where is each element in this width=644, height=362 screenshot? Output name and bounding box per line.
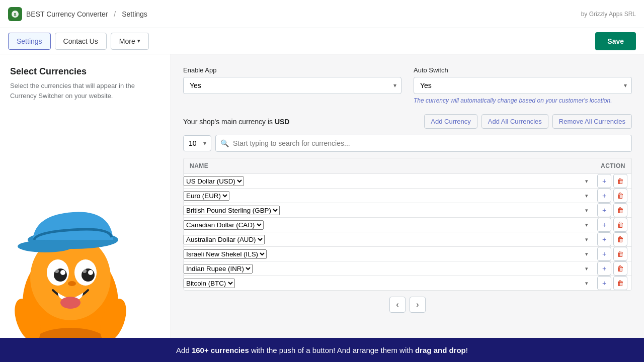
action-buttons-0: + 🗑	[593, 174, 631, 188]
currency-select-wrap: Australian Dollar (AUD) ▾	[184, 235, 593, 244]
table-row: Canadian Dollar (CAD) ▾ + 🗑	[184, 218, 631, 232]
currency-select-wrap: Canadian Dollar (CAD) ▾	[184, 220, 593, 230]
currency-action-buttons: Add Currency Add All Currencies Remove A…	[424, 114, 632, 129]
delete-button-7[interactable]: 🗑	[613, 276, 627, 290]
auto-switch-label: Auto Switch	[414, 66, 632, 74]
currency-chevron-icon-4: ▾	[585, 236, 588, 243]
column-action-header: Action	[601, 162, 625, 169]
banner-highlight-2: drag and drop	[415, 346, 466, 354]
action-buttons-6: + 🗑	[593, 261, 631, 276]
auto-switch-select[interactable]: Yes No	[414, 77, 632, 94]
svg-text:$: $	[14, 12, 16, 17]
search-input[interactable]	[215, 135, 632, 152]
table-row: US Dollar (USD) ▾ + 🗑	[184, 174, 631, 189]
banner-text: Add 160+ currencies with the push of a b…	[176, 346, 468, 354]
content-area: Enable App Yes No ▾ Auto Switch Yes No	[171, 54, 644, 338]
add-button-0[interactable]: +	[597, 174, 611, 188]
delete-button-0[interactable]: 🗑	[613, 174, 627, 188]
app-logo: $ BEST Currency Converter / Settings	[8, 7, 147, 21]
action-buttons-7: + 🗑	[593, 276, 631, 290]
add-button-3[interactable]: +	[597, 218, 611, 232]
enable-app-label: Enable App	[183, 66, 401, 74]
pagination: ‹ ›	[183, 291, 632, 313]
currency-list: US Dollar (USD) ▾ + 🗑 Euro (EUR) ▾	[183, 173, 632, 291]
bottom-banner: Add 160+ currencies with the push of a b…	[0, 338, 644, 362]
add-button-2[interactable]: +	[597, 203, 611, 217]
svg-point-13	[83, 269, 87, 273]
currency-chevron-icon-1: ▾	[585, 193, 588, 199]
action-buttons-4: + 🗑	[593, 232, 631, 246]
svg-point-5	[18, 240, 73, 252]
currency-select-wrap: Israeli New Shekel (ILS) ▾	[184, 249, 593, 259]
per-page-select[interactable]: 10 25 50	[183, 135, 211, 151]
save-button[interactable]: Save	[595, 32, 636, 50]
currency-select-wrap: Bitcoin (BTC) ▾	[184, 279, 593, 288]
auto-switch-note: The currency will automatically change b…	[414, 97, 632, 104]
add-all-currencies-button[interactable]: Add All Currencies	[481, 114, 548, 129]
currency-chevron-icon-5: ▾	[585, 251, 588, 257]
sidebar: Select Currencies Select the currencies …	[0, 54, 171, 338]
auto-switch-select-wrap: Yes No ▾	[414, 77, 632, 94]
currency-select-6[interactable]: Indian Rupee (INR)	[184, 264, 253, 274]
action-buttons-5: + 🗑	[593, 247, 631, 261]
add-currency-button[interactable]: Add Currency	[424, 114, 477, 129]
next-page-button[interactable]: ›	[410, 297, 426, 313]
currency-select-7[interactable]: Bitcoin (BTC)	[184, 279, 235, 288]
main-currency-code: USD	[275, 118, 290, 126]
column-name-header: Name	[190, 162, 208, 169]
svg-point-10	[60, 270, 65, 275]
currency-select-5[interactable]: Israeli New Shekel (ILS)	[184, 249, 267, 259]
currency-chevron-icon-0: ▾	[585, 178, 588, 185]
table-row: British Pound Sterling (GBP) ▾ + 🗑	[184, 203, 631, 218]
table-row: Israeli New Shekel (ILS) ▾ + 🗑	[184, 247, 631, 261]
app-name: BEST Currency Converter	[26, 10, 108, 18]
enable-app-group: Enable App Yes No ▾	[183, 66, 401, 104]
svg-point-11	[88, 270, 93, 275]
delete-button-3[interactable]: 🗑	[613, 218, 627, 232]
currency-select-wrap: Indian Rupee (INR) ▾	[184, 264, 593, 274]
per-page-select-wrap: 10 25 50 ▾	[183, 135, 211, 151]
currency-select-wrap: Euro (EUR) ▾	[184, 191, 593, 201]
action-buttons-3: + 🗑	[593, 218, 631, 232]
delete-button-4[interactable]: 🗑	[613, 232, 627, 246]
main-layout: Select Currencies Select the currencies …	[0, 54, 644, 338]
currency-select-2[interactable]: British Pound Sterling (GBP)	[184, 206, 280, 215]
currency-select-1[interactable]: Euro (EUR)	[184, 191, 229, 201]
delete-button-6[interactable]: 🗑	[613, 261, 627, 276]
banner-highlight-1: 160+ currencies	[192, 346, 249, 354]
add-button-1[interactable]: +	[597, 189, 611, 203]
auto-switch-group: Auto Switch Yes No ▾ The currency will a…	[414, 66, 632, 104]
settings-button[interactable]: Settings	[8, 33, 51, 50]
add-button-4[interactable]: +	[597, 232, 611, 246]
sidebar-description: Select the currencies that will appear i…	[10, 81, 160, 101]
navbar: Settings Contact Us More Save	[0, 28, 644, 54]
add-button-7[interactable]: +	[597, 276, 611, 290]
delete-button-5[interactable]: 🗑	[613, 247, 627, 261]
enable-app-select[interactable]: Yes No	[183, 77, 401, 94]
remove-all-currencies-button[interactable]: Remove All Currencies	[552, 114, 632, 129]
currency-chevron-icon-2: ▾	[585, 207, 588, 214]
delete-button-1[interactable]: 🗑	[613, 189, 627, 203]
currency-select-4[interactable]: Australian Dollar (AUD)	[184, 235, 265, 244]
breadcrumb-sep: /	[114, 10, 116, 18]
currency-select-3[interactable]: Canadian Dollar (CAD)	[184, 220, 264, 230]
table-header: Name Action	[183, 158, 632, 173]
add-button-6[interactable]: +	[597, 261, 611, 276]
currency-select-0[interactable]: US Dollar (USD)	[184, 176, 244, 186]
currency-select-wrap: British Pound Sterling (GBP) ▾	[184, 206, 593, 215]
main-currency-text: Your shop's main currency is USD	[183, 118, 289, 126]
table-row: Euro (EUR) ▾ + 🗑	[184, 189, 631, 203]
more-button[interactable]: More	[111, 33, 149, 50]
add-button-5[interactable]: +	[597, 247, 611, 261]
action-buttons-2: + 🗑	[593, 203, 631, 217]
delete-button-2[interactable]: 🗑	[613, 203, 627, 217]
prev-page-button[interactable]: ‹	[389, 297, 406, 313]
table-row: Australian Dollar (AUD) ▾ + 🗑	[184, 232, 631, 247]
table-row: Indian Rupee (INR) ▾ + 🗑	[184, 261, 631, 276]
search-row: 10 25 50 ▾ 🔍	[183, 135, 632, 152]
contact-us-button[interactable]: Contact Us	[55, 33, 107, 50]
enable-app-select-wrap: Yes No ▾	[183, 77, 401, 94]
currency-chevron-icon-7: ▾	[585, 280, 588, 287]
search-box: 🔍	[215, 135, 632, 152]
sidebar-title: Select Currencies	[10, 66, 160, 77]
